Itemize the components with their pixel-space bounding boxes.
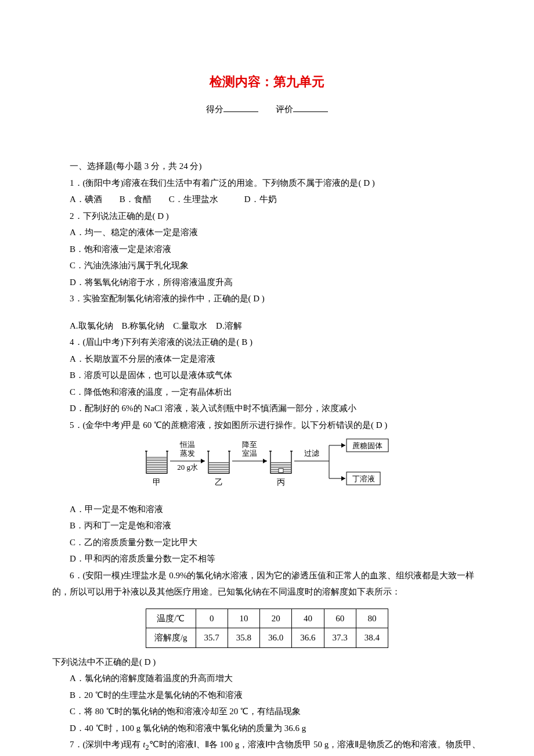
table-header: 60 <box>324 609 356 628</box>
svg-rect-15 <box>279 469 283 473</box>
q4-a: A．长期放置不分层的液体一定是溶液 <box>52 351 482 368</box>
svg-text:甲: 甲 <box>153 478 161 487</box>
eval-label: 评价 <box>276 105 293 114</box>
q4-d: D．配制好的 6%的 NaCl 溶液，装入试剂瓶中时不慎洒漏一部分，浓度减小 <box>52 400 482 417</box>
svg-marker-13 <box>263 459 267 463</box>
table-cell: 35.7 <box>196 628 228 648</box>
q5-a: A．甲一定是不饱和溶液 <box>52 501 482 518</box>
q4-b: B．溶质可以是固体，也可以是液体或气体 <box>52 367 482 384</box>
q6-a: A．氯化钠的溶解度随着温度的升高而增大 <box>52 670 482 687</box>
svg-text:蔗糖固体: 蔗糖固体 <box>352 441 383 450</box>
q7-stem: 7．(深圳中考)现有 t2℃时的溶液Ⅰ、Ⅱ各 100 g，溶液Ⅰ中含物质甲 50… <box>52 736 482 756</box>
svg-text:蒸发: 蒸发 <box>180 449 195 458</box>
q3-stem: 3．实验室配制氯化钠溶液的操作中，正确的是( D ) <box>52 290 482 307</box>
svg-marker-22 <box>341 443 345 448</box>
q2-c: C．汽油洗涤油污属于乳化现象 <box>52 257 482 274</box>
table-row: 溶解度/g 35.7 35.8 36.0 36.6 37.3 38.4 <box>146 628 388 648</box>
score-line: 得分 评价 <box>52 101 482 118</box>
svg-text:恒温: 恒温 <box>179 440 195 449</box>
q3-options: A.取氯化钠 B.称氯化钠 C.量取水 D.溶解 <box>52 318 482 334</box>
svg-text:室温: 室温 <box>242 449 257 458</box>
document-body: 一、选择题(每小题 3 分，共 24 分) 1．(衡阳中考)溶液在我们生活中有着… <box>52 158 482 756</box>
table-header: 80 <box>356 609 388 628</box>
q6-intro: 6．(安阳一模)生理盐水是 0.9%的氯化钠水溶液，因为它的渗透压值和正常人的血… <box>52 567 482 600</box>
table-cell: 37.3 <box>324 628 356 648</box>
q5-b: B．丙和丁一定是饱和溶液 <box>52 517 482 534</box>
table-header: 0 <box>196 609 228 628</box>
svg-text:20 g水: 20 g水 <box>177 463 198 471</box>
q1-options: A．碘酒 B．食醋 C．生理盐水 D．牛奶 <box>52 191 482 208</box>
q5-diagram: 甲 恒温 蒸发 20 g水 乙 降至 室温 <box>52 437 482 498</box>
score-label: 得分 <box>206 105 223 114</box>
q6-c: C．将 80 ℃时的氯化钠的饱和溶液冷却至 20 ℃，有结晶现象 <box>52 703 482 720</box>
svg-rect-8 <box>209 462 229 473</box>
q6-prompt: 下列说法中不正确的是( D ) <box>52 654 482 671</box>
q4-c: C．降低饱和溶液的温度，一定有晶体析出 <box>52 384 482 401</box>
q5-stem: 5．(金华中考)甲是 60 ℃的蔗糖溶液，按如图所示进行操作。以下分析错误的是(… <box>52 417 482 434</box>
eval-blank <box>293 103 328 112</box>
beaker-diagram-icon: 甲 恒温 蒸发 20 g水 乙 降至 室温 <box>142 437 392 492</box>
table-header: 20 <box>260 609 292 628</box>
section-header: 一、选择题(每小题 3 分，共 24 分) <box>52 158 482 175</box>
q5-c: C．乙的溶质质量分数一定比甲大 <box>52 534 482 551</box>
page-title: 检测内容：第九单元 <box>52 70 482 94</box>
q6-b: B．20 ℃时的生理盐水是氯化钠的不饱和溶液 <box>52 687 482 704</box>
svg-text:降至: 降至 <box>242 440 257 449</box>
table-header: 40 <box>292 609 324 628</box>
table-cell: 38.4 <box>356 628 388 648</box>
table-cell: 35.8 <box>228 628 259 648</box>
solubility-table: 温度/℃ 0 10 20 40 60 80 溶解度/g 35.7 35.8 36… <box>146 609 388 648</box>
q2-stem: 2．下列说法正确的是( D ) <box>52 208 482 225</box>
table-header: 10 <box>228 609 259 628</box>
table-cell: 36.6 <box>292 628 324 648</box>
table-cell: 溶解度/g <box>146 628 196 648</box>
q4-stem: 4．(眉山中考)下列有关溶液的说法正确的是( B ) <box>52 334 482 351</box>
svg-marker-6 <box>201 459 205 463</box>
table-cell: 36.0 <box>260 628 292 648</box>
svg-text:乙: 乙 <box>215 478 223 487</box>
svg-marker-24 <box>341 476 345 481</box>
q2-a: A．均一、稳定的液体一定是溶液 <box>52 224 482 241</box>
table-header: 温度/℃ <box>146 609 196 628</box>
q2-d: D．将氢氧化钠溶于水，所得溶液温度升高 <box>52 274 482 291</box>
q6-d: D．40 ℃时，100 g 氯化钠的饱和溶液中氯化钠的质量为 36.6 g <box>52 720 482 737</box>
svg-rect-1 <box>147 457 167 473</box>
table-row: 温度/℃ 0 10 20 40 60 80 <box>146 609 388 628</box>
score-blank <box>223 103 258 112</box>
svg-text:过滤: 过滤 <box>304 449 319 458</box>
svg-text:丙: 丙 <box>277 478 285 487</box>
q1-stem: 1．(衡阳中考)溶液在我们生活中有着广泛的用途。下列物质不属于溶液的是( D ) <box>52 175 482 192</box>
q2-b: B．饱和溶液一定是浓溶液 <box>52 241 482 258</box>
q5-d: D．甲和丙的溶质质量分数一定不相等 <box>52 550 482 567</box>
svg-text:丁溶液: 丁溶液 <box>352 474 375 483</box>
